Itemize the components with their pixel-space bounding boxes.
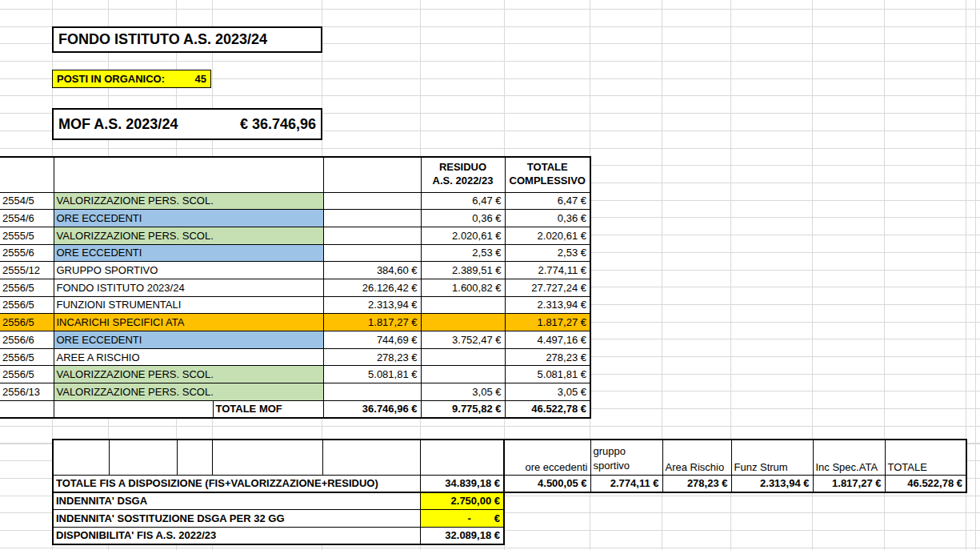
totale-cell[interactable]: 2,53 € xyxy=(505,244,590,262)
amount-cell[interactable]: 26.126,42 € xyxy=(323,279,421,296)
posti-in-organico-cell[interactable]: POSTI IN ORGANICO: 45 xyxy=(52,70,211,88)
header-residuo[interactable]: RESIDUO A.S. 2022/23 xyxy=(421,157,505,192)
code-cell[interactable] xyxy=(0,400,54,418)
desc-cell[interactable]: AREE A RISCHIO xyxy=(54,348,323,366)
amount-cell[interactable]: 5.081,81 € xyxy=(323,366,421,383)
amount-cell[interactable] xyxy=(323,244,421,262)
empty-cell[interactable] xyxy=(53,440,109,475)
desc-cell[interactable]: FONDO ISTITUTO 2023/24 xyxy=(54,279,323,296)
amount-cell[interactable]: 744,69 € xyxy=(323,331,421,349)
empty-cell[interactable] xyxy=(322,440,420,475)
code-cell[interactable]: 2554/5 xyxy=(0,192,54,210)
desc-cell[interactable]: ORE ECCEDENTI xyxy=(54,210,323,227)
gruppo-sportivo-value[interactable]: 2.774,11 € xyxy=(590,475,662,492)
indennita-sostituzione-label[interactable]: INDENNITA' SOSTITUZIONE DSGA PER 32 GG xyxy=(53,509,420,527)
amount-cell[interactable] xyxy=(323,383,421,401)
residuo-cell[interactable]: 2.389,51 € xyxy=(421,262,505,279)
code-cell[interactable]: 2556/5 xyxy=(0,348,54,366)
residuo-cell[interactable]: 0,36 € xyxy=(421,210,505,227)
disponibilita-fis-value[interactable]: 32.089,18 € xyxy=(420,527,504,544)
totale-cell[interactable]: 0,36 € xyxy=(505,210,590,227)
desc-cell[interactable]: VALORIZZAZIONE PERS. SCOL. xyxy=(54,227,323,244)
indennita-dsga-value[interactable]: 2.750,00 € xyxy=(420,492,504,510)
totale-mof-label[interactable]: TOTALE MOF xyxy=(213,400,323,418)
totale-cell[interactable]: 2.020,61 € xyxy=(505,227,590,244)
amount-cell[interactable] xyxy=(323,192,421,210)
desc-cell[interactable]: GRUPPO SPORTIVO xyxy=(54,262,323,279)
residuo-cell[interactable] xyxy=(421,348,505,366)
code-cell[interactable]: 2556/5 xyxy=(0,314,54,331)
amount-cell[interactable]: 384,60 € xyxy=(323,262,421,279)
header-ore-eccedenti[interactable]: ore eccedenti xyxy=(504,440,590,475)
residuo-cell[interactable] xyxy=(421,314,505,331)
residuo-cell[interactable]: 1.600,82 € xyxy=(421,279,505,296)
amount-cell[interactable]: 278,23 € xyxy=(323,348,421,366)
desc-cell[interactable]: VALORIZZAZIONE PERS. SCOL. xyxy=(54,383,323,401)
totale-cell[interactable]: 5.081,81 € xyxy=(505,366,590,383)
code-cell[interactable]: 2554/6 xyxy=(0,210,54,227)
totale-value[interactable]: 46.522,78 € xyxy=(885,475,966,492)
desc-cell[interactable]: VALORIZZAZIONE PERS. SCOL. xyxy=(54,192,323,210)
empty-cell[interactable] xyxy=(54,400,213,418)
header-gruppo-sportivo[interactable]: gruppo sportivo xyxy=(590,440,662,475)
indennita-dsga-label[interactable]: INDENNITA' DSGA xyxy=(53,492,420,510)
desc-cell[interactable]: VALORIZZAZIONE PERS. SCOL. xyxy=(54,366,323,383)
code-cell[interactable]: 2556/5 xyxy=(0,296,54,314)
indennita-sostituzione-value[interactable]: - € xyxy=(420,509,504,527)
header-area-rischio[interactable]: Area Rischio xyxy=(662,440,731,475)
totale-cell[interactable]: 2.313,94 € xyxy=(505,296,590,314)
desc-cell[interactable]: INCARICHI SPECIFICI ATA xyxy=(54,314,323,331)
ore-eccedenti-value[interactable]: 4.500,05 € xyxy=(504,475,590,492)
code-cell[interactable]: 2555/5 xyxy=(0,227,54,244)
area-rischio-value[interactable]: 278,23 € xyxy=(662,475,731,492)
empty-cell[interactable] xyxy=(177,440,212,475)
desc-cell[interactable]: FUNZIONI STRUMENTALI xyxy=(54,296,323,314)
header-totale-complessivo[interactable]: TOTALE COMPLESSIVO xyxy=(505,157,590,192)
code-cell[interactable]: 2555/12 xyxy=(0,262,54,279)
header-code-cell[interactable] xyxy=(0,157,54,192)
code-cell[interactable]: 2556/13 xyxy=(0,383,54,401)
totale-fis-value[interactable]: 34.839,18 € xyxy=(420,475,504,492)
header-inc-spec-ata[interactable]: Inc Spec.ATA xyxy=(813,440,885,475)
totale-fis-label[interactable]: TOTALE FIS A DISPOSIZIONE (FIS+VALORIZZA… xyxy=(53,475,420,492)
residuo-cell[interactable]: 3,05 € xyxy=(421,383,505,401)
residuo-cell[interactable]: 3.752,47 € xyxy=(421,331,505,349)
code-cell[interactable]: 2556/6 xyxy=(0,331,54,349)
header-desc-cell[interactable] xyxy=(54,157,323,192)
residuo-cell[interactable] xyxy=(421,366,505,383)
amount-cell[interactable]: 2.313,94 € xyxy=(323,296,421,314)
inc-spec-ata-value[interactable]: 1.817,27 € xyxy=(813,475,885,492)
amount-cell[interactable]: 1.817,27 € xyxy=(323,314,421,331)
totale-mof-residuo[interactable]: 9.775,82 € xyxy=(421,400,505,418)
amount-cell[interactable] xyxy=(323,210,421,227)
totale-cell[interactable]: 6,47 € xyxy=(505,192,590,210)
residuo-cell[interactable]: 2.020,61 € xyxy=(421,227,505,244)
totale-cell[interactable]: 3,05 € xyxy=(505,383,590,401)
totale-cell[interactable]: 27.727,24 € xyxy=(505,279,590,296)
residuo-cell[interactable] xyxy=(421,296,505,314)
totale-cell[interactable]: 2.774,11 € xyxy=(505,262,590,279)
totale-cell[interactable]: 4.497,16 € xyxy=(505,331,590,349)
amount-cell[interactable] xyxy=(323,227,421,244)
disponibilita-fis-label[interactable]: DISPONIBILITA' FIS A.S. 2022/23 xyxy=(53,527,420,544)
totale-cell[interactable]: 1.817,27 € xyxy=(505,314,590,331)
header-totale[interactable]: TOTALE xyxy=(885,440,966,475)
title-cell[interactable]: FONDO ISTITUTO A.S. 2023/24 xyxy=(52,26,322,53)
code-cell[interactable]: 2555/6 xyxy=(0,244,54,262)
header-funz-strum[interactable]: Funz Strum xyxy=(731,440,813,475)
desc-cell[interactable]: ORE ECCEDENTI xyxy=(54,244,323,262)
desc-cell[interactable]: ORE ECCEDENTI xyxy=(54,331,323,349)
empty-cell[interactable] xyxy=(212,440,322,475)
code-cell[interactable]: 2556/5 xyxy=(0,366,54,383)
code-cell[interactable]: 2556/5 xyxy=(0,279,54,296)
totale-mof-amount[interactable]: 36.746,96 € xyxy=(323,400,421,418)
empty-cell[interactable] xyxy=(420,440,504,475)
residuo-cell[interactable]: 2,53 € xyxy=(421,244,505,262)
totale-mof-totale[interactable]: 46.522,78 € xyxy=(505,400,590,418)
residuo-cell[interactable]: 6,47 € xyxy=(421,192,505,210)
mof-total-cell[interactable]: MOF A.S. 2023/24 € 36.746,96 xyxy=(52,108,322,140)
empty-cell[interactable] xyxy=(109,440,177,475)
funz-strum-value[interactable]: 2.313,94 € xyxy=(731,475,813,492)
header-amount-cell[interactable] xyxy=(323,157,421,192)
totale-cell[interactable]: 278,23 € xyxy=(505,348,590,366)
